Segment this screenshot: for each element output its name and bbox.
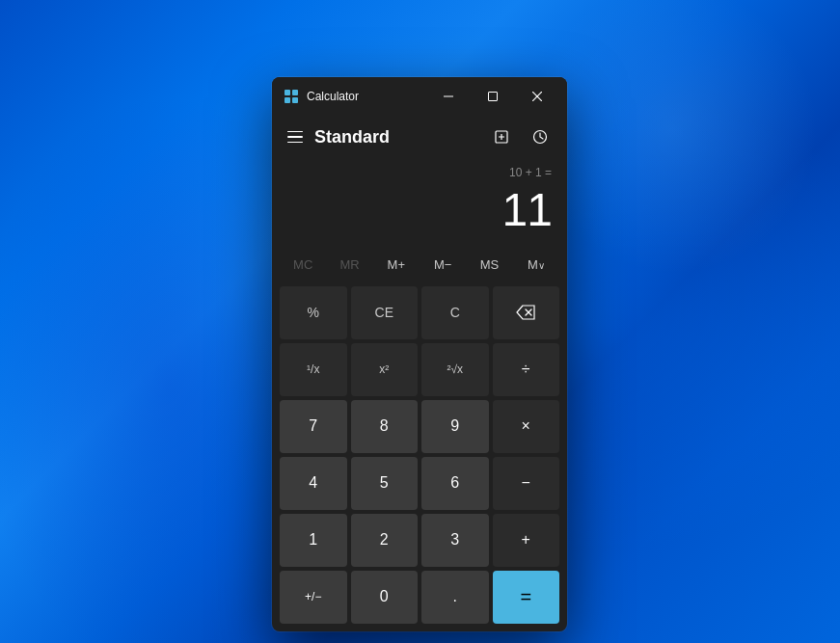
display-expression: 10 + 1 =: [287, 166, 552, 183]
four-button[interactable]: 4: [280, 457, 347, 510]
percent-button[interactable]: %: [280, 286, 347, 339]
minimize-button[interactable]: [426, 81, 471, 112]
seven-button[interactable]: 7: [280, 400, 347, 453]
subtract-button[interactable]: −: [493, 457, 560, 510]
hamburger-icon: [287, 142, 303, 144]
mplus-button[interactable]: M+: [373, 248, 420, 282]
square-button[interactable]: x²: [351, 343, 419, 396]
clear-button[interactable]: C: [421, 286, 489, 339]
mr-button[interactable]: MR: [326, 248, 372, 282]
backspace-icon: [516, 305, 535, 320]
eight-button[interactable]: 8: [351, 400, 419, 453]
mminus-button[interactable]: M−: [420, 248, 466, 282]
hamburger-icon: [287, 131, 303, 133]
window-title: Calculator: [307, 90, 426, 103]
ms-button[interactable]: MS: [466, 248, 512, 282]
memory-row: MC MR M+ M− MS M∨: [272, 248, 567, 282]
app-icon: [284, 89, 299, 104]
history-button[interactable]: [525, 121, 555, 152]
titlebar-buttons: [426, 81, 559, 112]
svg-rect-3: [292, 97, 298, 103]
svg-rect-1: [292, 90, 298, 95]
mode-title: Standard: [314, 127, 486, 147]
multiply-button[interactable]: ×: [493, 400, 560, 453]
hamburger-button[interactable]: [280, 121, 311, 152]
decimal-button[interactable]: .: [421, 571, 489, 624]
desktop: Calculator Standard: [0, 0, 840, 643]
close-button[interactable]: [515, 81, 559, 112]
nine-button[interactable]: 9: [421, 400, 489, 453]
svg-rect-2: [285, 97, 290, 103]
svg-rect-0: [285, 90, 290, 95]
zero-button[interactable]: 0: [351, 571, 419, 624]
negate-button[interactable]: +/−: [280, 571, 347, 624]
key-row-1: % CE C: [280, 286, 559, 339]
six-button[interactable]: 6: [421, 457, 489, 510]
keypad: % CE C ¹/x x² ²√x ÷ 7: [272, 286, 567, 631]
ce-button[interactable]: CE: [351, 286, 419, 339]
five-button[interactable]: 5: [351, 457, 419, 510]
key-row-6: +/− 0 . =: [280, 571, 559, 624]
reciprocal-button[interactable]: ¹/x: [280, 343, 347, 396]
sqrt-button[interactable]: ²√x: [421, 343, 489, 396]
key-row-5: 1 2 3 +: [280, 514, 559, 567]
three-button[interactable]: 3: [421, 514, 489, 567]
maximize-button[interactable]: [471, 81, 515, 112]
mdown-button[interactable]: M∨: [513, 248, 559, 282]
history-icon: [532, 129, 548, 145]
svg-rect-4: [444, 96, 453, 97]
calc-display: 10 + 1 = 11: [272, 158, 567, 248]
display-value: 11: [287, 185, 552, 236]
title-bar: Calculator: [272, 77, 567, 116]
add-button[interactable]: +: [493, 514, 560, 567]
calculator-window: Calculator Standard: [272, 77, 567, 631]
calc-header: Standard: [272, 116, 567, 158]
mc-button[interactable]: MC: [280, 248, 326, 282]
key-row-2: ¹/x x² ²√x ÷: [280, 343, 559, 396]
one-button[interactable]: 1: [280, 514, 347, 567]
equals-button[interactable]: =: [493, 571, 560, 624]
key-row-4: 4 5 6 −: [280, 457, 559, 510]
key-row-3: 7 8 9 ×: [280, 400, 559, 453]
svg-rect-5: [489, 93, 498, 101]
keep-on-top-button[interactable]: [486, 121, 517, 152]
hamburger-icon: [287, 136, 303, 138]
two-button[interactable]: 2: [351, 514, 419, 567]
keep-on-top-icon: [494, 129, 509, 145]
backspace-button[interactable]: [493, 286, 560, 339]
divide-button[interactable]: ÷: [493, 343, 560, 396]
